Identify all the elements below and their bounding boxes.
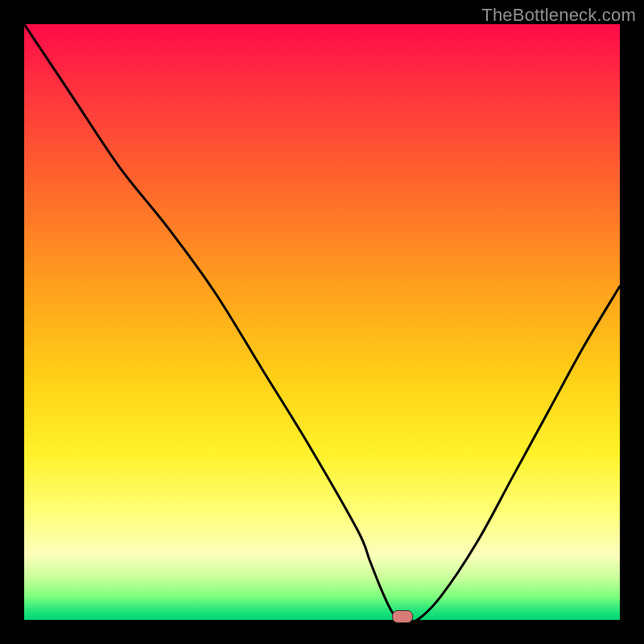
curve-path <box>24 24 620 621</box>
bottleneck-curve <box>24 24 620 620</box>
chart-frame: TheBottleneck.com <box>0 0 644 644</box>
optimal-marker <box>392 610 413 623</box>
watermark-text: TheBottleneck.com <box>481 5 636 26</box>
plot-area <box>24 24 620 620</box>
